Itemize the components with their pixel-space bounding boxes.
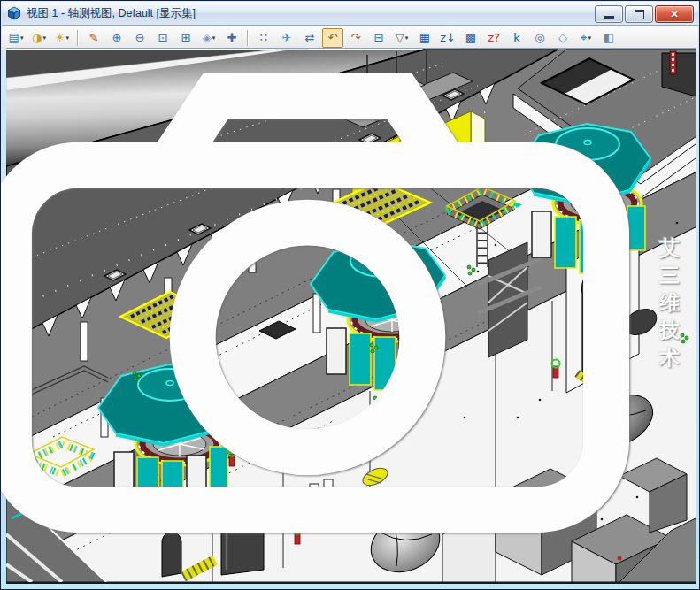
tool-redraw-brush[interactable]: ✎	[83, 28, 104, 48]
viewer-window: 视图 1 - 轴测视图, Default [显示集] ✕ ▤▾◑▾☀▾✎⊕⊖⊡⊞…	[0, 0, 700, 590]
tool-lighting[interactable]: ☀▾	[51, 28, 73, 48]
dropdown-arrow-icon[interactable]: ▾	[405, 34, 409, 41]
free-orbit-icon: ↷	[351, 32, 361, 43]
close-icon: ✕	[670, 9, 678, 20]
tool-quick-key[interactable]: k	[506, 28, 527, 48]
tool-cube-outline[interactable]: ◇	[552, 28, 573, 48]
dropdown-arrow-icon[interactable]: ▾	[20, 34, 24, 41]
render-style-icon: ◑	[32, 32, 42, 43]
z-clip-icon: z↓	[440, 32, 456, 43]
find-items-icon: ◎	[535, 32, 544, 43]
restore-icon	[635, 10, 644, 19]
dropdown-arrow-icon[interactable]: ▾	[588, 34, 591, 41]
measure-tool-icon: ⌖	[581, 32, 587, 43]
arrange-views-icon: ⊟	[374, 32, 384, 43]
close-button[interactable]: ✕	[655, 5, 694, 23]
tool-view-cube[interactable]: ◈▾	[198, 28, 219, 48]
fit-view-icon: ⊞	[181, 32, 191, 43]
review-zones-icon: ▩	[465, 32, 476, 43]
tool-zoom-out[interactable]: ⊖	[129, 28, 150, 48]
grid-display-icon: ▦	[419, 32, 430, 43]
cube-outline-icon: ◇	[558, 32, 567, 43]
zoom-out-icon: ⊖	[135, 32, 145, 43]
tool-arrange-views[interactable]: ⊟	[368, 28, 389, 48]
tool-grid-display[interactable]: ▦	[414, 28, 435, 48]
tool-measure-tool[interactable]: ⌖▾	[575, 28, 596, 48]
z-query-icon: z?	[488, 32, 500, 43]
redraw-brush-icon: ✎	[89, 32, 99, 43]
tool-z-query[interactable]: z?	[483, 28, 504, 48]
minimize-icon	[604, 16, 614, 19]
pan-icon: ✚	[227, 32, 237, 43]
tool-find-items[interactable]: ◎	[529, 28, 550, 48]
restore-button[interactable]	[625, 5, 653, 23]
toolbar-separator	[77, 30, 79, 46]
zoom-in-icon: ⊕	[112, 32, 122, 43]
window-controls: ✕	[595, 5, 694, 23]
viewport-3d[interactable]: 艾三维技术	[6, 48, 696, 584]
display-sets-icon: ▤	[9, 32, 19, 43]
view-cube-icon: ◈	[203, 32, 212, 43]
hide-selection-icon: ◧	[604, 32, 614, 43]
dropdown-arrow-icon[interactable]: ▾	[42, 34, 46, 41]
tool-fit-view[interactable]: ⊞	[175, 28, 196, 48]
title-bar[interactable]: 视图 1 - 轴测视图, Default [显示集] ✕	[2, 2, 698, 26]
tool-pan[interactable]: ✚	[221, 28, 242, 48]
dropdown-arrow-icon[interactable]: ▾	[66, 34, 70, 41]
wireframe-mode-icon: ▽	[396, 32, 404, 43]
tool-full-screen[interactable]: ⇄	[299, 28, 320, 48]
tool-zoom-in[interactable]: ⊕	[106, 28, 127, 48]
tool-hide-selection[interactable]: ◧	[598, 28, 619, 48]
full-screen-icon: ⇄	[305, 32, 315, 43]
tool-z-clip[interactable]: z↓	[437, 28, 458, 48]
quick-key-icon: k	[513, 32, 520, 43]
tool-wireframe-mode[interactable]: ▽▾	[391, 28, 412, 48]
tool-free-orbit[interactable]: ↷	[345, 28, 366, 48]
lighting-icon: ☀	[55, 32, 65, 43]
model-scene	[6, 49, 696, 582]
window-title: 视图 1 - 轴测视图, Default [显示集]	[27, 6, 196, 21]
app-icon	[7, 6, 21, 20]
walk-icon: ∷	[260, 32, 267, 43]
tool-walk[interactable]: ∷	[253, 28, 274, 48]
fly-icon: ✈	[282, 32, 292, 43]
minimize-button[interactable]	[595, 5, 623, 23]
tool-review-zones[interactable]: ▩	[460, 28, 481, 48]
toolbar-separator	[247, 30, 249, 46]
toolbar: ▤▾◑▾☀▾✎⊕⊖⊡⊞◈▾✚∷✈⇄↶↷⊟▽▾▦z↓▩z?k◎◇⌖▾◧	[2, 26, 698, 50]
tool-display-sets[interactable]: ▤▾	[5, 28, 27, 48]
tool-zoom-window[interactable]: ⊡	[152, 28, 173, 48]
dropdown-arrow-icon[interactable]: ▾	[212, 34, 216, 41]
tool-fly[interactable]: ✈	[276, 28, 297, 48]
tool-render-style[interactable]: ◑▾	[28, 28, 50, 48]
orbit-icon: ↶	[328, 32, 338, 43]
zoom-window-icon: ⊡	[158, 32, 168, 43]
tool-orbit[interactable]: ↶	[322, 28, 343, 48]
